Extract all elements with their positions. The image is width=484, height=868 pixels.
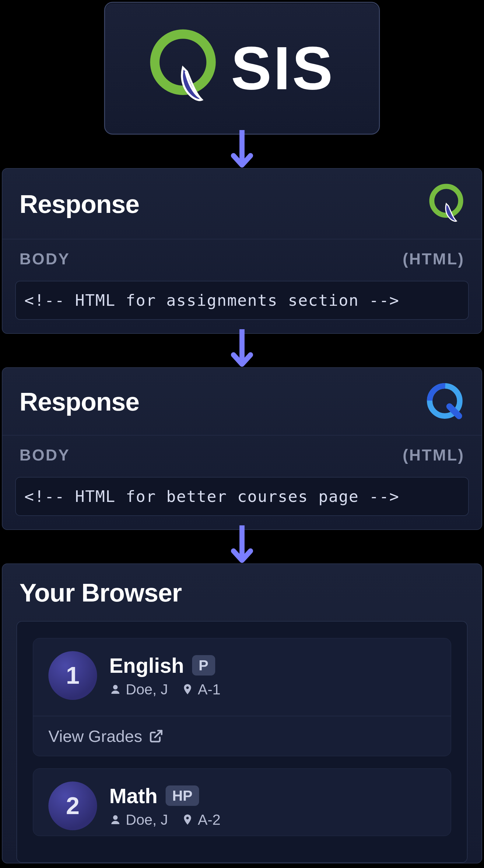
teacher-name: Doe, J [126, 811, 168, 828]
panel-title: Response [20, 189, 139, 219]
period-number: 2 [66, 792, 80, 820]
sis-card: SIS [104, 2, 380, 135]
body-label: BODY [20, 446, 70, 464]
location-pin-icon [182, 813, 194, 826]
room-number: A-2 [198, 811, 221, 828]
browser-viewport: 1 English P [17, 621, 467, 863]
teacher-name: Doe, J [126, 681, 168, 698]
svg-point-9 [113, 815, 118, 820]
location-pin-icon [182, 683, 194, 695]
period-badge: 2 [49, 781, 97, 830]
response-panel: Response BODY (HTML) <!-- HTML for assig… [2, 168, 482, 334]
svg-point-7 [113, 685, 118, 689]
svg-point-10 [186, 817, 189, 819]
sis-label: SIS [231, 33, 334, 103]
svg-point-8 [186, 686, 189, 689]
course-card[interactable]: 2 Math HP [33, 768, 451, 836]
q-leaf-logo-icon [428, 183, 464, 225]
arrow-down-icon [228, 527, 256, 566]
body-label: BODY [20, 250, 70, 268]
external-link-icon [149, 729, 163, 743]
person-icon [109, 813, 122, 826]
q-blue-logo-icon [425, 382, 464, 422]
period-badge: 1 [49, 651, 97, 700]
course-name: English [109, 654, 184, 677]
view-grades-link[interactable]: View Grades [33, 716, 451, 756]
course-tag: HP [166, 785, 199, 806]
arrow-down-icon [228, 331, 256, 370]
course-tag: P [192, 655, 215, 676]
period-number: 1 [66, 661, 80, 689]
view-grades-label: View Grades [49, 727, 142, 746]
browser-panel: Your Browser 1 English P [2, 563, 482, 863]
panel-title: Response [20, 387, 139, 416]
panel-title: Your Browser [20, 578, 182, 608]
course-card[interactable]: 1 English P [33, 638, 451, 756]
code-snippet: <!-- HTML for assignments section --> [15, 281, 469, 320]
response-panel: Response BODY (HTML) <!-- HTML for bette… [2, 367, 482, 530]
arrow-down-icon [228, 131, 256, 171]
type-label: (HTML) [403, 250, 464, 268]
code-snippet: <!-- HTML for better courses page --> [15, 477, 469, 516]
q-leaf-logo-icon [150, 29, 217, 108]
course-name: Math [109, 784, 158, 808]
person-icon [109, 683, 122, 695]
type-label: (HTML) [403, 446, 464, 464]
room-number: A-1 [198, 681, 221, 698]
